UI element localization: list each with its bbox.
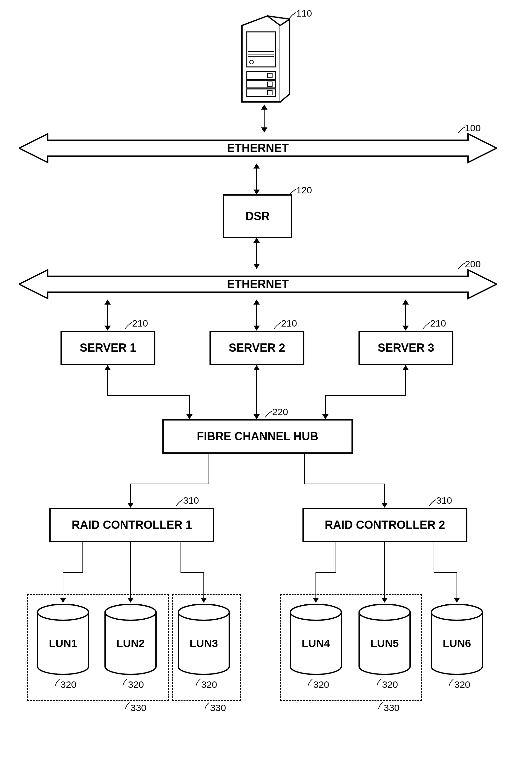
ref-310-2: 310 xyxy=(436,495,452,506)
svg-marker-15 xyxy=(402,365,409,370)
svg-point-26 xyxy=(37,604,89,620)
svg-marker-14 xyxy=(253,414,260,419)
svg-point-34 xyxy=(359,604,410,620)
ref-320-1: 320 xyxy=(60,679,77,690)
ethernet-bus-2: ETHERNET xyxy=(19,268,497,300)
svg-point-32 xyxy=(290,604,341,620)
fibre-channel-hub-box: FIBRE CHANNEL HUB xyxy=(162,419,353,454)
ref-320-3: 320 xyxy=(201,679,217,690)
svg-rect-7 xyxy=(247,80,275,88)
svg-point-36 xyxy=(431,604,482,620)
svg-marker-11 xyxy=(104,365,111,370)
ethernet-label-2: ETHERNET xyxy=(227,278,289,291)
svg-rect-0 xyxy=(247,32,275,67)
ref-330-3: 330 xyxy=(384,702,400,713)
svg-marker-18 xyxy=(381,503,388,508)
ref-210-1: 210 xyxy=(132,318,148,329)
svg-point-30 xyxy=(178,604,229,620)
ref-320-2: 320 xyxy=(128,679,144,690)
ref-320-4: 320 xyxy=(313,679,329,690)
svg-marker-17 xyxy=(127,503,134,508)
svg-marker-24 xyxy=(454,598,460,603)
raid-controller-1-box: RAID CONTROLLER 1 xyxy=(49,508,214,542)
lun1-cylinder: LUN1 xyxy=(36,603,90,676)
ref-220: 220 xyxy=(272,407,288,417)
ref-200: 200 xyxy=(465,259,481,269)
svg-marker-16 xyxy=(322,414,328,419)
network-storage-diagram: 110 ETHERNET 100 DSR 120 ETHERNET 200 xyxy=(6,6,526,771)
ref-330-1: 330 xyxy=(131,702,146,713)
ref-320-5: 320 xyxy=(382,679,398,690)
ref-110: 110 xyxy=(296,8,312,19)
lun4-cylinder: LUN4 xyxy=(289,603,343,676)
ethernet-bus-1: ETHERNET xyxy=(19,132,497,164)
svg-rect-5 xyxy=(247,72,275,79)
raid-controller-2-box: RAID CONTROLLER 2 xyxy=(302,508,468,542)
ref-320-6: 320 xyxy=(454,679,470,690)
ref-310-1: 310 xyxy=(183,495,199,506)
server-2-box: SERVER 2 xyxy=(210,331,304,365)
client-tower xyxy=(236,13,293,105)
ref-210-3: 210 xyxy=(430,318,446,329)
lun6-cylinder: LUN6 xyxy=(430,603,484,676)
lun2-cylinder: LUN2 xyxy=(104,603,158,676)
svg-point-28 xyxy=(105,604,156,620)
ref-100: 100 xyxy=(465,123,481,133)
lun3-cylinder: LUN3 xyxy=(177,603,231,676)
svg-marker-12 xyxy=(186,414,192,419)
server-3-box: SERVER 3 xyxy=(359,331,453,365)
server-1-box: SERVER 1 xyxy=(60,331,155,365)
lun5-cylinder: LUN5 xyxy=(358,603,412,676)
dsr-box: DSR xyxy=(223,194,292,238)
ref-120: 120 xyxy=(296,185,312,196)
svg-rect-9 xyxy=(247,89,275,97)
ethernet-label-1: ETHERNET xyxy=(227,141,289,155)
ref-210-2: 210 xyxy=(281,318,297,329)
svg-marker-13 xyxy=(253,365,260,370)
ref-330-2: 330 xyxy=(210,702,226,713)
